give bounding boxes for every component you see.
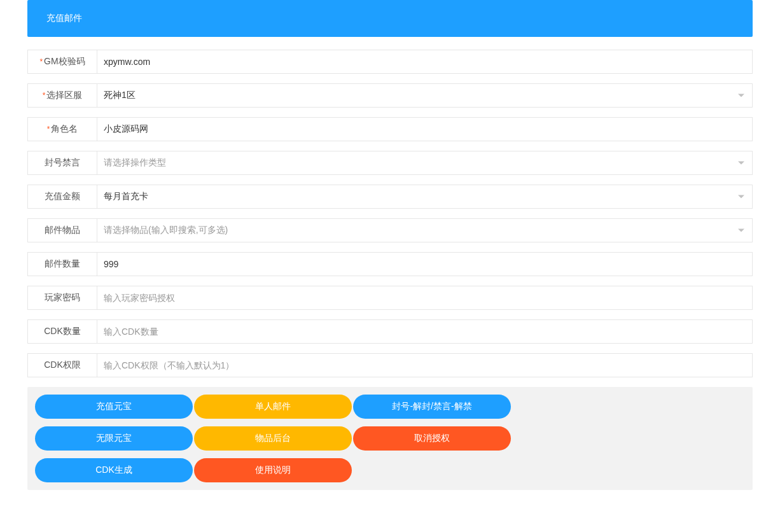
gm-code-input[interactable] xyxy=(97,50,753,74)
recharge-select[interactable]: 每月首充卡 xyxy=(97,185,753,209)
row-player-pwd: 玩家密码 xyxy=(27,286,753,310)
mail-qty-input[interactable] xyxy=(97,252,753,276)
label-mail-qty: 邮件数量 xyxy=(27,252,97,276)
unlimited-yuanbao-button[interactable]: 无限元宝 xyxy=(35,426,193,451)
label-server: * 选择区服 xyxy=(27,83,97,108)
label-text-role: 角色名 xyxy=(51,123,78,135)
row-role-name: * 角色名 xyxy=(27,117,753,141)
player-pwd-input[interactable] xyxy=(97,286,753,310)
server-select[interactable]: 死神1区 xyxy=(97,83,753,108)
row-gm-code: * GM校验码 xyxy=(27,50,753,74)
recharge-select-value: 每月首充卡 xyxy=(104,191,148,202)
row-recharge: 充值金额 每月首充卡 xyxy=(27,185,753,209)
label-text-recharge: 充值金额 xyxy=(45,191,80,202)
ban-select[interactable]: 请选择操作类型 xyxy=(97,151,753,175)
label-text-ban: 封号禁言 xyxy=(45,157,80,169)
header-panel: 充值邮件 xyxy=(27,0,753,37)
label-text-server: 选择区服 xyxy=(46,90,82,101)
role-name-input[interactable] xyxy=(97,117,753,141)
row-mail-qty: 邮件数量 xyxy=(27,252,753,276)
cdk-perm-input[interactable] xyxy=(97,353,753,377)
mail-item-placeholder: 请选择物品(输入即搜索,可多选) xyxy=(104,225,228,236)
button-row-2: 无限元宝 物品后台 取消授权 xyxy=(35,426,745,451)
row-cdk-perm: CDK权限 xyxy=(27,353,753,377)
label-text-gm-code: GM校验码 xyxy=(44,56,85,67)
button-row-1: 充值元宝 单人邮件 封号-解封/禁言-解禁 xyxy=(35,395,745,419)
row-server: * 选择区服 死神1区 xyxy=(27,83,753,108)
single-mail-button[interactable]: 单人邮件 xyxy=(194,395,352,419)
required-mark: * xyxy=(47,125,50,134)
page-title: 充值邮件 xyxy=(46,13,734,24)
button-row-3: CDK生成 使用说明 xyxy=(35,458,745,482)
label-role-name: * 角色名 xyxy=(27,117,97,141)
ban-unban-button[interactable]: 封号-解封/禁言-解禁 xyxy=(353,395,511,419)
usage-info-button[interactable]: 使用说明 xyxy=(194,458,352,482)
chevron-down-icon xyxy=(738,162,744,165)
label-cdk-perm: CDK权限 xyxy=(27,353,97,377)
required-mark: * xyxy=(43,91,46,100)
label-ban: 封号禁言 xyxy=(27,151,97,175)
label-player-pwd: 玩家密码 xyxy=(27,286,97,310)
server-select-value: 死神1区 xyxy=(104,90,136,101)
button-panel: 充值元宝 单人邮件 封号-解封/禁言-解禁 无限元宝 物品后台 取消授权 CDK… xyxy=(27,387,753,490)
label-text-player-pwd: 玩家密码 xyxy=(45,292,80,304)
label-text-mail-item: 邮件物品 xyxy=(45,225,80,236)
cdk-qty-input[interactable] xyxy=(97,319,753,344)
label-text-cdk-perm: CDK权限 xyxy=(44,360,81,371)
row-mail-item: 邮件物品 请选择物品(输入即搜索,可多选) xyxy=(27,218,753,242)
label-text-cdk-qty: CDK数量 xyxy=(44,326,81,337)
chevron-down-icon xyxy=(738,94,744,97)
chevron-down-icon xyxy=(738,229,744,232)
recharge-yuanbao-button[interactable]: 充值元宝 xyxy=(35,395,193,419)
required-mark: * xyxy=(39,57,43,66)
cdk-generate-button[interactable]: CDK生成 xyxy=(35,458,193,482)
label-text-mail-qty: 邮件数量 xyxy=(45,258,80,270)
label-recharge: 充值金额 xyxy=(27,185,97,209)
label-mail-item: 邮件物品 xyxy=(27,218,97,242)
chevron-down-icon xyxy=(738,195,744,199)
mail-item-select[interactable]: 请选择物品(输入即搜索,可多选) xyxy=(97,218,753,242)
row-cdk-qty: CDK数量 xyxy=(27,319,753,344)
ban-select-placeholder: 请选择操作类型 xyxy=(104,157,166,169)
cancel-auth-button[interactable]: 取消授权 xyxy=(353,426,511,451)
row-ban: 封号禁言 请选择操作类型 xyxy=(27,151,753,175)
label-cdk-qty: CDK数量 xyxy=(27,319,97,344)
item-backend-button[interactable]: 物品后台 xyxy=(194,426,352,451)
label-gm-code: * GM校验码 xyxy=(27,50,97,74)
